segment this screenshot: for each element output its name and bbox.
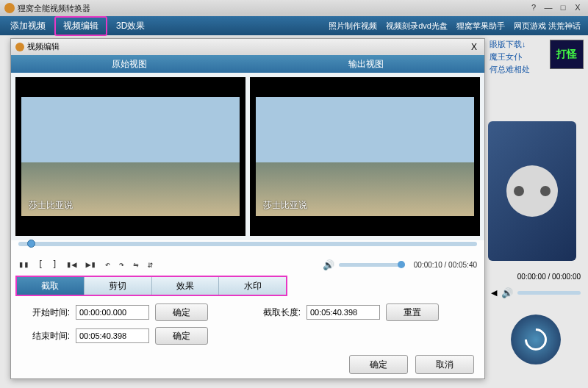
close-button[interactable]: X [572, 3, 584, 13]
tab-watermark[interactable]: 水印 [219, 277, 286, 295]
timeline[interactable] [11, 240, 484, 255]
menu-link-game[interactable]: 网页游戏 洪荒神话 [509, 21, 585, 32]
edit-tabs: 截取 剪切 效果 水印 [15, 276, 287, 296]
original-frame: 莎士比亚说 [21, 97, 240, 216]
output-view-header: 输出视图 [248, 55, 484, 73]
editor-close-button[interactable]: X [468, 42, 480, 52]
prev-frame-button[interactable]: ▮◀ [66, 259, 76, 270]
original-preview: 莎士比亚说 [15, 77, 245, 236]
length-input[interactable] [306, 305, 380, 320]
rotate-right-button[interactable]: ↷ [119, 259, 124, 270]
trim-form: 开始时间: 确定 截取长度: 重置 结束时间: 确定 [11, 298, 484, 351]
help-icon[interactable]: ? [528, 3, 539, 13]
mark-in-button[interactable]: [ [37, 259, 43, 270]
app-logo-icon [4, 3, 15, 13]
flip-h-button[interactable]: ⇋ [133, 259, 138, 270]
side-prev-icon[interactable]: ◀ [491, 288, 497, 298]
mark-out-button[interactable]: ] [52, 259, 57, 270]
pause-button[interactable]: ▮▮ [18, 259, 29, 270]
refresh-icon [520, 324, 551, 355]
dialog-buttons: 确定 取消 [11, 351, 484, 378]
main-menubar: 添加视频 视频编辑 3D效果 照片制作视频 视频刻录dvd光盘 狸窝苹果助手 网… [0, 16, 588, 35]
menu-link-dvd[interactable]: 视频刻录dvd光盘 [381, 21, 452, 32]
timeline-thumb[interactable] [27, 240, 35, 248]
start-time-input[interactable] [76, 305, 149, 320]
side-timecode: 00:00:00 / 00:00:00 [488, 273, 584, 281]
tab-trim[interactable]: 剪切 [85, 277, 152, 295]
start-time-label: 开始时间: [26, 306, 70, 319]
ok-button[interactable]: 确定 [349, 355, 408, 374]
output-frame: 莎士比亚说 [256, 97, 474, 216]
menu-3d-effect[interactable]: 3D效果 [109, 18, 152, 35]
menu-add-video[interactable]: 添加视频 [3, 18, 53, 35]
timecode: 00:00:10 / 00:05:40 [414, 261, 477, 269]
game-banner[interactable]: 打怪 [550, 40, 584, 69]
reel-icon [506, 165, 558, 217]
tab-crop[interactable]: 截取 [17, 277, 85, 295]
menu-link-photo[interactable]: 照片制作视频 [324, 21, 381, 32]
flip-v-button[interactable]: ⇵ [148, 259, 153, 270]
playback-controls: ▮▮ [ ] ▮◀ ▶▮ ↶ ↷ ⇋ ⇵ 🔊 00:00:10 / 00:05:… [11, 255, 484, 274]
editor-titlebar: 视频编辑 X [11, 39, 484, 55]
right-panel: 眼版下载↓ 魔王女仆 何总难相处 打怪 00:00:00 / 00:00:00 … [488, 38, 584, 379]
side-volume: ◀ 🔊 [488, 285, 584, 300]
film-reel-placeholder [488, 121, 576, 261]
view-headers: 原始视图 输出视图 [11, 55, 484, 73]
volume-slider[interactable] [339, 263, 405, 267]
main-titlebar: 狸窝全能视频转换器 ? — □ X [0, 0, 588, 16]
reset-button[interactable]: 重置 [386, 303, 439, 321]
rotate-left-button[interactable]: ↶ [105, 259, 110, 270]
editor-logo-icon [15, 43, 24, 51]
end-time-input[interactable] [76, 328, 149, 343]
end-time-label: 结束时间: [26, 330, 70, 342]
minimize-button[interactable]: — [542, 3, 554, 13]
confirm-start-button[interactable]: 确定 [155, 303, 208, 321]
maximize-button[interactable]: □ [557, 3, 569, 13]
menu-video-edit[interactable]: 视频编辑 [54, 16, 107, 36]
app-title: 狸窝全能视频转换器 [18, 3, 90, 14]
preview-area: 莎士比亚说 莎士比亚说 [11, 73, 484, 240]
convert-button[interactable] [511, 315, 561, 364]
side-volume-slider[interactable] [517, 291, 581, 295]
confirm-end-button[interactable]: 确定 [155, 327, 208, 345]
next-frame-button[interactable]: ▶▮ [85, 259, 96, 270]
editor-title-text: 视频编辑 [27, 41, 60, 52]
subtitle-text-out: 莎士比亚说 [263, 199, 307, 212]
tab-effect[interactable]: 效果 [152, 277, 220, 295]
side-volume-icon[interactable]: 🔊 [501, 287, 513, 298]
volume-icon[interactable]: 🔊 [323, 259, 334, 270]
cancel-button[interactable]: 取消 [415, 355, 474, 374]
output-preview: 莎士比亚说 [250, 77, 480, 236]
original-view-header: 原始视图 [11, 55, 248, 73]
video-editor-dialog: 视频编辑 X 原始视图 输出视图 莎士比亚说 莎士比亚说 ▮▮ [ ] ▮◀ ▶… [10, 38, 485, 379]
menu-link-apple[interactable]: 狸窝苹果助手 [452, 21, 509, 32]
length-label: 截取长度: [257, 306, 301, 319]
subtitle-text: 莎士比亚说 [29, 199, 73, 212]
